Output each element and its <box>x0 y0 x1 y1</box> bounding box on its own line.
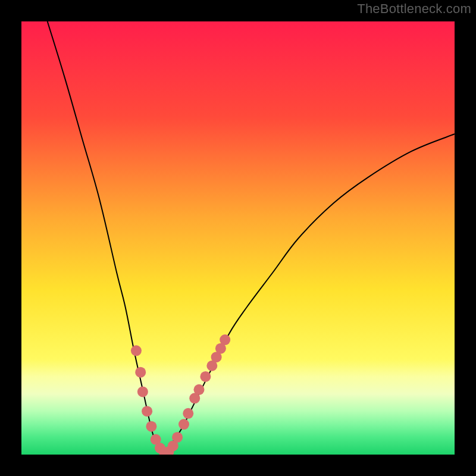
marker-dot <box>183 408 193 419</box>
marker-dot <box>193 384 204 395</box>
chart-area <box>21 21 455 455</box>
marker-dot <box>200 371 211 382</box>
marker-dot <box>146 421 156 432</box>
marker-dot <box>137 386 148 397</box>
marker-dot <box>131 345 142 356</box>
marker-dot <box>172 432 183 443</box>
gradient-background <box>21 21 455 455</box>
bottleneck-chart <box>21 21 455 455</box>
marker-dot <box>135 367 146 378</box>
chart-frame: TheBottleneck.com <box>0 0 476 476</box>
watermark-label: TheBottleneck.com <box>357 1 471 17</box>
marker-dot <box>142 406 152 416</box>
marker-dot <box>178 419 189 430</box>
marker-dot <box>220 334 230 345</box>
